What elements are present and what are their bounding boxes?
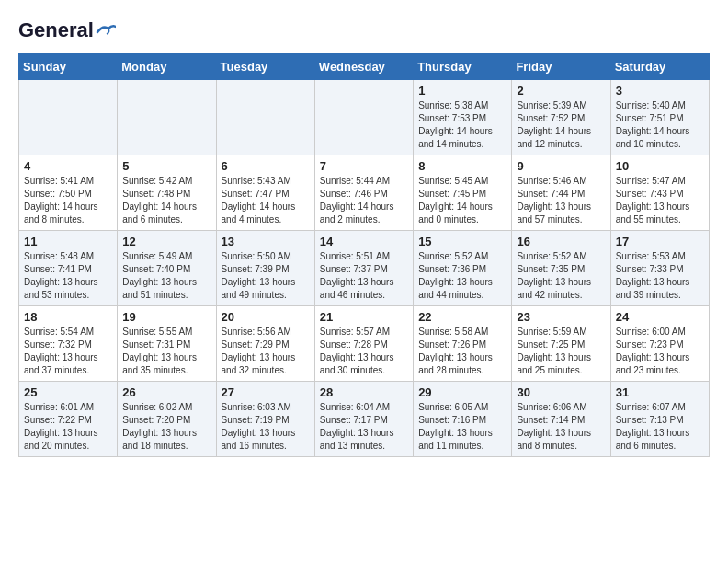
day-detail: Sunrise: 5:59 AM Sunset: 7:25 PM Dayligh… — [517, 326, 605, 377]
daylight-text: Daylight: 13 hours and 39 minutes. — [616, 276, 704, 302]
daylight-text: Daylight: 13 hours and 57 minutes. — [517, 201, 605, 226]
sunset-text: Sunset: 7:13 PM — [616, 414, 704, 427]
sunrise-text: Sunrise: 6:01 AM — [24, 401, 112, 414]
calendar-day-cell: 31 Sunrise: 6:07 AM Sunset: 7:13 PM Dayl… — [610, 382, 709, 457]
day-number: 26 — [122, 385, 210, 399]
day-detail: Sunrise: 5:41 AM Sunset: 7:50 PM Dayligh… — [24, 175, 112, 226]
daylight-text: Daylight: 13 hours and 51 minutes. — [122, 276, 210, 302]
calendar-day-cell: 2 Sunrise: 5:39 AM Sunset: 7:52 PM Dayli… — [512, 80, 610, 155]
calendar-day-cell: 8 Sunrise: 5:45 AM Sunset: 7:45 PM Dayli… — [414, 155, 512, 231]
calendar-week-row: 18 Sunrise: 5:54 AM Sunset: 7:32 PM Dayl… — [19, 306, 710, 382]
day-detail: Sunrise: 5:56 AM Sunset: 7:29 PM Dayligh… — [222, 326, 310, 377]
calendar-day-cell: 11 Sunrise: 5:48 AM Sunset: 7:41 PM Dayl… — [19, 231, 118, 306]
calendar-day-cell — [216, 80, 314, 155]
day-number: 11 — [24, 235, 112, 248]
sunrise-text: Sunrise: 5:47 AM — [616, 175, 704, 188]
daylight-text: Daylight: 14 hours and 4 minutes. — [222, 201, 310, 226]
calendar-day-cell — [314, 80, 413, 155]
calendar-header-row: SundayMondayTuesdayWednesdayThursdayFrid… — [19, 54, 710, 80]
page-header: General — [18, 18, 710, 39]
day-detail: Sunrise: 6:06 AM Sunset: 7:14 PM Dayligh… — [517, 401, 605, 453]
daylight-text: Daylight: 13 hours and 35 minutes. — [122, 351, 210, 377]
sunrise-text: Sunrise: 5:38 AM — [418, 99, 506, 112]
sunrise-text: Sunrise: 5:46 AM — [517, 175, 605, 188]
day-detail: Sunrise: 6:07 AM Sunset: 7:13 PM Dayligh… — [616, 401, 704, 453]
sunrise-text: Sunrise: 6:00 AM — [616, 326, 704, 339]
sunset-text: Sunset: 7:35 PM — [517, 263, 605, 276]
day-detail: Sunrise: 6:04 AM Sunset: 7:17 PM Dayligh… — [320, 401, 408, 453]
daylight-text: Daylight: 14 hours and 6 minutes. — [122, 201, 210, 226]
day-detail: Sunrise: 5:57 AM Sunset: 7:28 PM Dayligh… — [320, 326, 408, 377]
day-number: 6 — [222, 159, 310, 173]
day-detail: Sunrise: 5:44 AM Sunset: 7:46 PM Dayligh… — [320, 175, 408, 226]
day-number: 23 — [517, 310, 605, 324]
day-number: 14 — [320, 235, 408, 248]
day-number: 17 — [616, 235, 704, 248]
calendar-week-row: 11 Sunrise: 5:48 AM Sunset: 7:41 PM Dayl… — [19, 231, 710, 306]
day-number: 13 — [222, 235, 310, 248]
daylight-text: Daylight: 14 hours and 2 minutes. — [320, 201, 408, 226]
calendar-day-cell — [118, 80, 216, 155]
day-number: 25 — [24, 385, 112, 399]
sunset-text: Sunset: 7:33 PM — [616, 263, 704, 276]
day-number: 7 — [320, 159, 408, 173]
sunrise-text: Sunrise: 5:57 AM — [320, 326, 408, 339]
sunrise-text: Sunrise: 5:52 AM — [418, 250, 506, 263]
daylight-text: Daylight: 13 hours and 32 minutes. — [222, 351, 310, 377]
daylight-text: Daylight: 13 hours and 13 minutes. — [320, 427, 408, 453]
sunset-text: Sunset: 7:29 PM — [222, 339, 310, 351]
day-number: 30 — [517, 385, 605, 399]
calendar-day-cell: 3 Sunrise: 5:40 AM Sunset: 7:51 PM Dayli… — [610, 80, 709, 155]
sunrise-text: Sunrise: 6:06 AM — [517, 401, 605, 414]
sunrise-text: Sunrise: 5:55 AM — [122, 326, 210, 339]
sunrise-text: Sunrise: 5:48 AM — [24, 250, 112, 263]
weekday-header: Friday — [512, 54, 610, 80]
day-number: 28 — [320, 385, 408, 399]
calendar-day-cell: 9 Sunrise: 5:46 AM Sunset: 7:44 PM Dayli… — [512, 155, 610, 231]
daylight-text: Daylight: 13 hours and 37 minutes. — [24, 351, 112, 377]
sunrise-text: Sunrise: 5:56 AM — [222, 326, 310, 339]
day-detail: Sunrise: 6:01 AM Sunset: 7:22 PM Dayligh… — [24, 401, 112, 453]
daylight-text: Daylight: 13 hours and 18 minutes. — [122, 427, 210, 453]
day-detail: Sunrise: 6:05 AM Sunset: 7:16 PM Dayligh… — [418, 401, 506, 453]
sunset-text: Sunset: 7:44 PM — [517, 188, 605, 201]
sunset-text: Sunset: 7:20 PM — [122, 414, 210, 427]
weekday-header: Thursday — [414, 54, 512, 80]
calendar-day-cell: 6 Sunrise: 5:43 AM Sunset: 7:47 PM Dayli… — [216, 155, 314, 231]
daylight-text: Daylight: 13 hours and 46 minutes. — [320, 276, 408, 302]
day-number: 24 — [616, 310, 704, 324]
day-number: 31 — [616, 385, 704, 399]
daylight-text: Daylight: 13 hours and 25 minutes. — [517, 351, 605, 377]
day-number: 21 — [320, 310, 408, 324]
day-detail: Sunrise: 5:40 AM Sunset: 7:51 PM Dayligh… — [616, 99, 704, 151]
day-detail: Sunrise: 5:39 AM Sunset: 7:52 PM Dayligh… — [517, 99, 605, 151]
calendar-day-cell: 26 Sunrise: 6:02 AM Sunset: 7:20 PM Dayl… — [118, 382, 216, 457]
calendar-day-cell: 20 Sunrise: 5:56 AM Sunset: 7:29 PM Dayl… — [216, 306, 314, 382]
sunrise-text: Sunrise: 5:40 AM — [616, 99, 704, 112]
daylight-text: Daylight: 13 hours and 16 minutes. — [222, 427, 310, 453]
calendar-day-cell: 18 Sunrise: 5:54 AM Sunset: 7:32 PM Dayl… — [19, 306, 118, 382]
sunset-text: Sunset: 7:46 PM — [320, 188, 408, 201]
calendar-week-row: 4 Sunrise: 5:41 AM Sunset: 7:50 PM Dayli… — [19, 155, 710, 231]
sunset-text: Sunset: 7:51 PM — [616, 112, 704, 125]
weekday-header: Monday — [118, 54, 216, 80]
daylight-text: Daylight: 13 hours and 23 minutes. — [616, 351, 704, 377]
sunset-text: Sunset: 7:19 PM — [222, 414, 310, 427]
sunrise-text: Sunrise: 5:41 AM — [24, 175, 112, 188]
calendar-day-cell: 28 Sunrise: 6:04 AM Sunset: 7:17 PM Dayl… — [314, 382, 413, 457]
sunrise-text: Sunrise: 5:43 AM — [222, 175, 310, 188]
sunset-text: Sunset: 7:53 PM — [418, 112, 506, 125]
daylight-text: Daylight: 13 hours and 8 minutes. — [517, 427, 605, 453]
day-detail: Sunrise: 5:50 AM Sunset: 7:39 PM Dayligh… — [222, 250, 310, 302]
day-detail: Sunrise: 6:03 AM Sunset: 7:19 PM Dayligh… — [222, 401, 310, 453]
daylight-text: Daylight: 13 hours and 28 minutes. — [418, 351, 506, 377]
day-number: 5 — [122, 159, 210, 173]
calendar-week-row: 1 Sunrise: 5:38 AM Sunset: 7:53 PM Dayli… — [19, 80, 710, 155]
calendar-day-cell: 21 Sunrise: 5:57 AM Sunset: 7:28 PM Dayl… — [314, 306, 413, 382]
calendar-day-cell: 24 Sunrise: 6:00 AM Sunset: 7:23 PM Dayl… — [610, 306, 709, 382]
day-number: 8 — [418, 159, 506, 173]
day-number: 22 — [418, 310, 506, 324]
calendar-day-cell: 10 Sunrise: 5:47 AM Sunset: 7:43 PM Dayl… — [610, 155, 709, 231]
day-detail: Sunrise: 6:00 AM Sunset: 7:23 PM Dayligh… — [616, 326, 704, 377]
daylight-text: Daylight: 14 hours and 10 minutes. — [616, 125, 704, 151]
